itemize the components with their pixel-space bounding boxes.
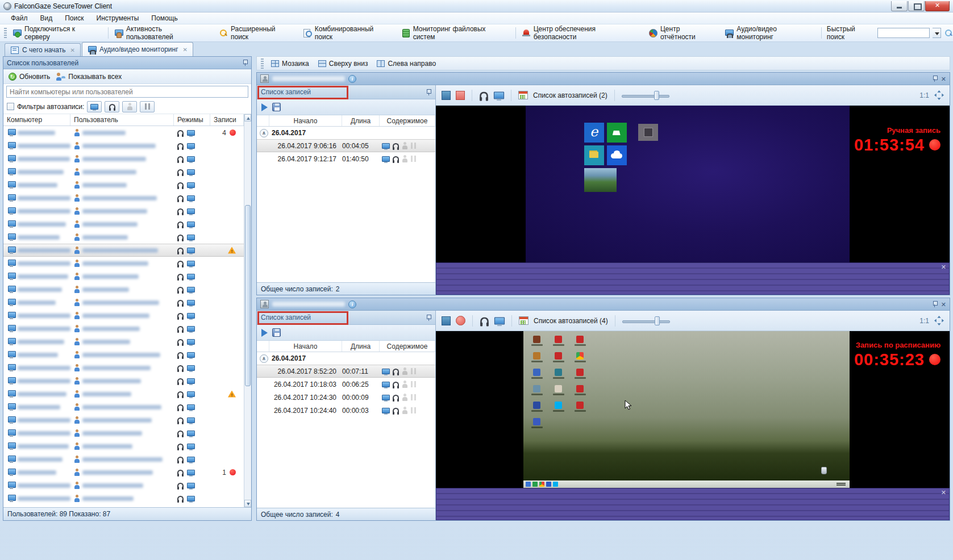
column-start[interactable]: Начало [269,341,342,352]
column-computer[interactable]: Компьютер [3,114,70,126]
refresh-button[interactable]: Обновить [7,72,52,82]
column-start[interactable]: Начало [269,115,342,126]
connect-server-button[interactable]: Подключиться к серверу [9,23,106,43]
panel-close-icon[interactable] [941,75,946,83]
user-row[interactable] [3,296,244,309]
video-view-2[interactable]: Запись по расписанию 00:35:23 [436,331,950,488]
user-row[interactable] [3,270,244,283]
quick-search-input[interactable] [877,28,930,38]
pin-icon[interactable] [426,89,431,95]
user-row[interactable] [3,283,244,296]
column-user[interactable]: Пользователь [70,114,174,126]
slider-thumb[interactable] [654,91,659,100]
user-row[interactable] [3,413,244,427]
fullscreen-icon[interactable] [934,90,944,100]
user-row[interactable] [3,165,244,178]
report-center-button[interactable]: Центр отчётности [644,23,721,43]
play-button[interactable] [261,103,268,111]
user-row[interactable] [3,178,244,191]
user-row[interactable] [3,453,244,466]
user-row[interactable] [3,191,244,204]
filter-levels-button[interactable] [140,101,155,112]
video-toggle-icon[interactable] [494,317,505,324]
user-row[interactable] [3,400,244,413]
menu-help[interactable]: Помощь [145,13,184,23]
menu-tools[interactable]: Инструменты [90,13,145,23]
save-button[interactable] [272,103,281,111]
record-button[interactable] [456,316,465,325]
user-row[interactable] [3,218,244,231]
search-icon[interactable] [944,29,953,37]
audio-timeline-1[interactable] [436,262,950,295]
scroll-down-arrow[interactable] [244,500,251,507]
zoom-1-1-label[interactable]: 1:1 [919,317,929,325]
user-row[interactable]: ! [3,387,244,400]
stop-button[interactable] [442,316,451,325]
pin-icon[interactable] [426,315,431,321]
file-systems-monitoring-button[interactable]: Мониторинг файловых систем [397,23,514,43]
record-button[interactable] [456,91,465,100]
tab-getting-started[interactable]: С чего начать ✕ [5,43,81,56]
left-right-button[interactable]: Слева направо [373,58,439,69]
filters-checkbox[interactable] [7,103,14,110]
panel-close-icon[interactable] [941,300,946,308]
show-all-button[interactable]: Показывать всех [55,72,123,82]
close-button[interactable] [925,1,950,11]
user-row[interactable] [3,348,244,361]
mosaic-button[interactable]: Мозаика [268,58,313,69]
tab-close-icon[interactable]: ✕ [183,47,188,53]
autorecords-label[interactable]: Список автозаписей (4) [534,317,608,325]
user-row[interactable] [3,361,244,374]
autorecords-calendar-icon[interactable] [519,316,528,325]
pin-icon[interactable] [932,76,938,82]
column-length[interactable]: Длина [342,115,380,126]
user-activity-button[interactable]: Активность пользователей [110,23,215,43]
column-content[interactable]: Содержимое [380,341,435,352]
zoom-slider[interactable] [622,91,669,100]
date-group-row[interactable]: 26.04.2017 [257,352,435,365]
restore-button[interactable] [908,1,925,11]
record-row[interactable]: 26.04.2017 9:06:1600:04:05 [257,139,435,152]
user-row[interactable] [3,335,244,348]
user-row[interactable] [3,204,244,218]
collapse-icon[interactable] [260,354,268,363]
tab-close-icon[interactable]: ✕ [70,47,75,53]
av-monitoring-button[interactable]: Аудио/видео мониторинг [721,23,819,43]
record-row[interactable]: 26.04.2017 10:24:3000:00:09 [257,391,435,404]
user-row[interactable]: 1 [3,466,244,479]
user-row[interactable] [3,139,244,152]
scroll-up-arrow[interactable] [244,114,251,122]
user-row[interactable] [3,479,244,492]
record-row[interactable]: 26.04.2017 10:24:4000:00:03 [257,404,435,417]
save-button[interactable] [272,328,281,337]
user-row[interactable]: 4 [3,126,244,139]
scroll-thumb[interactable] [245,205,251,387]
combined-search-button[interactable]: Комбинированный поиск [299,23,397,43]
users-search-input[interactable] [7,88,248,96]
zoom-1-1-label[interactable]: 1:1 [919,91,929,99]
column-content[interactable]: Содержимое [380,115,435,126]
info-icon[interactable] [348,300,356,308]
stop-button[interactable] [442,91,451,100]
autorecords-label[interactable]: Список автозаписей (2) [533,91,607,99]
user-row[interactable] [3,231,244,244]
user-row[interactable] [3,152,244,165]
advanced-search-button[interactable]: Расширенный поиск [215,23,299,43]
column-length[interactable]: Длина [342,341,380,352]
record-row[interactable]: 26.04.2017 9:12:1701:40:50 [257,152,435,165]
autorecords-calendar-icon[interactable] [518,91,528,99]
audio-timeline-2[interactable] [436,488,950,520]
user-row[interactable] [3,427,244,440]
pin-icon[interactable] [932,301,938,307]
user-row[interactable] [3,322,244,335]
play-button[interactable] [261,329,268,337]
users-scrollbar[interactable] [244,114,251,507]
slider-thumb[interactable] [655,316,660,325]
top-down-button[interactable]: Сверху вниз [315,58,372,69]
security-center-button[interactable]: Центр обеспечения безопасности [518,23,644,43]
user-row[interactable] [3,440,244,453]
menu-file[interactable]: Файл [5,13,34,23]
pin-icon[interactable] [242,60,248,66]
column-records[interactable]: Записи [210,114,244,126]
quick-search-dropdown[interactable] [933,28,941,38]
